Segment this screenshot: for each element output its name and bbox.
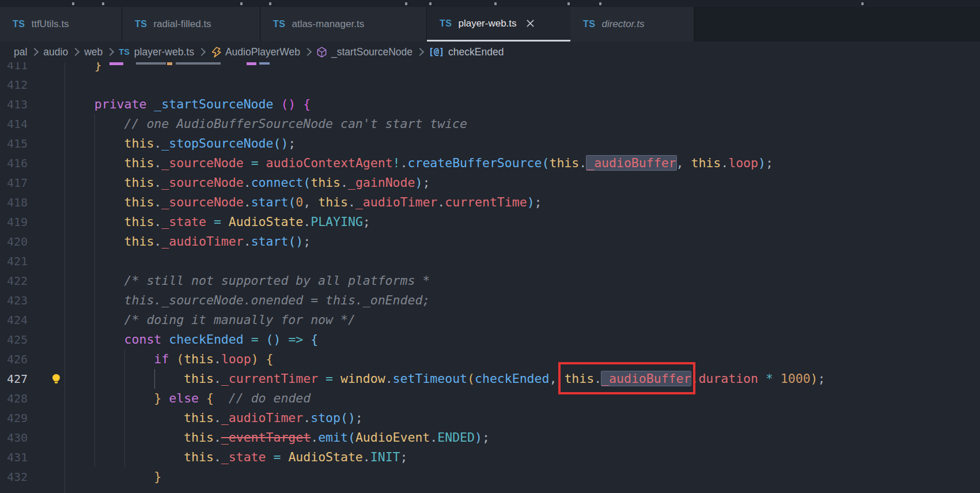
code-line-content[interactable]: this._sourceNode.connect(this._gainNode)…: [65, 175, 430, 190]
tab-ttfUtils.ts[interactable]: TSttfUtils.ts: [0, 7, 122, 42]
code-token: _eventTarget: [221, 430, 311, 445]
code-token: const: [124, 332, 162, 347]
code-line-content[interactable]: /* doing it manually for now */: [65, 313, 355, 327]
code-line-content[interactable]: }: [65, 62, 102, 72]
code-token: _currentTimer: [221, 371, 318, 386]
gutter-line-number[interactable]: 423: [0, 291, 28, 310]
code-token: [65, 116, 124, 131]
gutter-line-number[interactable]: 412: [0, 75, 28, 95]
gutter-line-number[interactable]: 413: [0, 95, 28, 114]
code-line-content[interactable]: this._state = AudioState.PLAYING;: [65, 214, 370, 229]
code-line-content[interactable]: this._sourceNode = audioContextAgent!.cr…: [65, 156, 773, 170]
close-icon[interactable]: [526, 19, 535, 28]
code-line-428[interactable]: 428 } else { // do ended: [0, 389, 980, 408]
code-line-432[interactable]: 432 }: [0, 467, 980, 487]
code-token: ;: [818, 371, 826, 386]
code-line-content[interactable]: this._sourceNode.onended = this._onEnded…: [65, 293, 430, 307]
code-token: .: [154, 136, 161, 150]
code-line-415[interactable]: 415 this._stopSourceNode();: [0, 134, 980, 153]
code-line-413[interactable]: 413 private _startSourceNode () {: [0, 95, 980, 114]
gutter-line-number[interactable]: 411: [0, 62, 28, 75]
code-token: [65, 175, 124, 190]
code-line-content[interactable]: } else { // do ended: [65, 391, 311, 405]
lightbulb-icon[interactable]: [51, 372, 62, 385]
code-token: ): [415, 175, 422, 190]
code-line-content[interactable]: private _startSourceNode () {: [65, 97, 311, 111]
code-line-431[interactable]: 431 this._state = AudioState.INIT;: [0, 447, 980, 467]
gutter-line-number[interactable]: 424: [0, 310, 28, 330]
code-line-429[interactable]: 429 this._audioTimer.stop();: [0, 408, 980, 428]
code-token: .: [437, 195, 445, 209]
gutter-line-number[interactable]: 422: [0, 271, 28, 291]
code-line-417[interactable]: 417 this._sourceNode.connect(this._gainN…: [0, 173, 980, 193]
code-token: [65, 234, 124, 249]
gutter-line-number[interactable]: 430: [0, 428, 28, 447]
breadcrumb-item-checkEnded[interactable]: [@]checkEnded: [429, 46, 504, 58]
code-token: ;: [288, 136, 296, 150]
code-line-423[interactable]: 423 this._sourceNode.onended = this._onE…: [0, 291, 980, 310]
code-line-414[interactable]: 414 // one AudioBufferSourceNode can't s…: [0, 114, 980, 134]
gutter-line-number[interactable]: 428: [0, 389, 28, 408]
code-line-419[interactable]: 419 this._state = AudioState.PLAYING;: [0, 212, 980, 232]
code-token: // do ended: [229, 391, 311, 405]
code-token: ;: [766, 156, 773, 170]
code-token: _startSourceNode: [154, 97, 273, 111]
gutter-line-number[interactable]: 421: [0, 251, 28, 271]
code-token: stop: [311, 411, 340, 425]
code-line-430[interactable]: 430 this._eventTarget.emit(AudioEvent.EN…: [0, 428, 980, 447]
code-line-content[interactable]: // one AudioBufferSourceNode can't start…: [65, 116, 467, 131]
code-line-content[interactable]: this._eventTarget.emit(AudioEvent.ENDED)…: [65, 430, 490, 445]
gutter-line-number[interactable]: 425: [0, 330, 28, 349]
code-line-content[interactable]: this._state = AudioState.INIT;: [65, 450, 408, 464]
code-line-content[interactable]: this._currentTimer = window.setTimeout(c…: [65, 371, 826, 386]
breadcrumb-item-web[interactable]: web: [84, 46, 103, 58]
gutter-line-number[interactable]: 415: [0, 134, 28, 153]
code-line-content[interactable]: if (this.loop) {: [65, 352, 274, 366]
code-line-420[interactable]: 420 this._audioTimer.start();: [0, 232, 980, 251]
breadcrumb-item-player-web.ts[interactable]: TSplayer-web.ts: [119, 46, 194, 58]
code-line-412[interactable]: 412: [0, 75, 980, 95]
code-token: checkEnded: [169, 332, 243, 347]
gutter-line-number[interactable]: 417: [0, 173, 28, 193]
code-line-content[interactable]: }: [65, 469, 161, 484]
code-line-425[interactable]: 425 const checkEnded = () => {: [0, 330, 980, 349]
code-line-421[interactable]: 421: [0, 251, 980, 271]
code-token: this: [318, 195, 348, 209]
code-line-content[interactable]: this._audioTimer.stop();: [65, 411, 363, 425]
code-token: [206, 214, 214, 229]
code-line-426[interactable]: 426 if (this.loop) {: [0, 349, 980, 369]
code-line-content[interactable]: this._sourceNode.start(0, this._audioTim…: [65, 195, 542, 209]
code-line-content[interactable]: this._stopSourceNode();: [65, 136, 296, 150]
code-line-424[interactable]: 424 /* doing it manually for now */: [0, 310, 980, 330]
breadcrumb-item-pal[interactable]: pal: [14, 46, 27, 58]
gutter-line-number[interactable]: 432: [0, 467, 28, 487]
breadcrumb-item-_startSourceNode[interactable]: _startSourceNode: [316, 46, 413, 58]
gutter-line-number[interactable]: 427: [0, 369, 28, 389]
code-line-content[interactable]: const checkEnded = () => {: [65, 332, 318, 347]
tab-player-web.ts[interactable]: TSplayer-web.ts: [427, 7, 570, 42]
clipped-text-fragment: [259, 62, 270, 65]
code-line-content[interactable]: /* still not supported by all platforms …: [65, 273, 430, 288]
tab-director.ts[interactable]: TSdirector.ts: [570, 7, 694, 42]
code-line-416[interactable]: 416 this._sourceNode = audioContextAgent…: [0, 153, 980, 173]
code-token: =: [251, 332, 259, 347]
gutter-line-number[interactable]: 431: [0, 447, 28, 467]
gutter-line-number[interactable]: 414: [0, 114, 28, 134]
gutter-line-number[interactable]: 419: [0, 212, 28, 232]
gutter-line-number[interactable]: 426: [0, 349, 28, 369]
tab-radial-filled.ts[interactable]: TSradial-filled.ts: [122, 7, 260, 42]
code-token: ;: [400, 450, 408, 464]
gutter-line-number[interactable]: 420: [0, 232, 28, 251]
code-line-418[interactable]: 418 this._sourceNode.start(0, this._audi…: [0, 193, 980, 212]
code-editor[interactable]: 411 }412413 private _startSourceNode () …: [0, 62, 980, 493]
code-line-427[interactable]: 427 this._currentTimer = window.setTimeo…: [0, 369, 980, 389]
gutter-line-number[interactable]: 429: [0, 408, 28, 428]
symbol-class-icon: [210, 47, 221, 58]
gutter-line-number[interactable]: 418: [0, 193, 28, 212]
tab-atlas-manager.ts[interactable]: TSatlas-manager.ts: [260, 7, 427, 42]
gutter-line-number[interactable]: 416: [0, 153, 28, 173]
breadcrumb-item-AudioPlayerWeb[interactable]: AudioPlayerWeb: [210, 46, 300, 58]
breadcrumb-item-audio[interactable]: audio: [43, 46, 68, 58]
code-line-422[interactable]: 422 /* still not supported by all platfo…: [0, 271, 980, 291]
code-line-content[interactable]: this._audioTimer.start();: [65, 234, 311, 249]
